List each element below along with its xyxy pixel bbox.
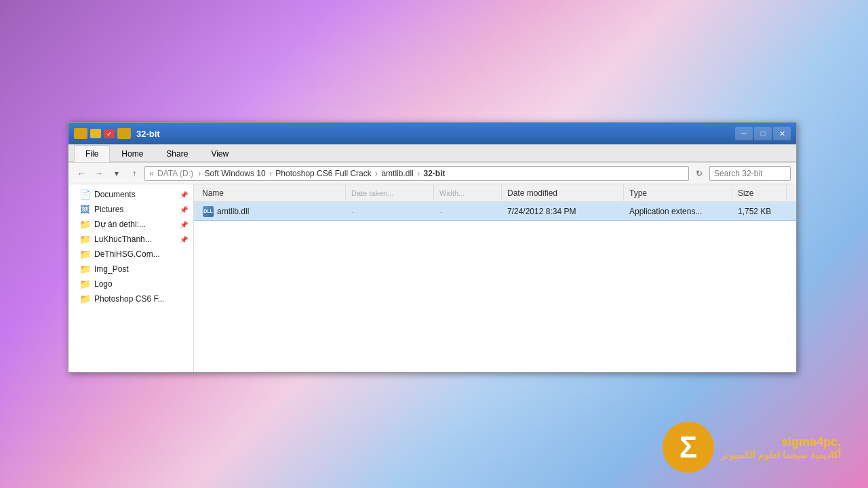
- sidebar-item-dethi[interactable]: 📁 DeThiHSG.Com...: [68, 247, 193, 262]
- col-extra1-label: Date taken...: [351, 189, 393, 197]
- pin-icon-lukhuc: 📌: [180, 236, 188, 243]
- sidebar-label-pictures: Pictures: [94, 205, 123, 214]
- col-header-name[interactable]: Name: [197, 184, 346, 201]
- file-width-cell: ‐: [434, 207, 502, 216]
- explorer-window: ✓ 32-bit ─ □ ✕ File Home Share View ← → …: [68, 122, 797, 373]
- sidebar-item-logo[interactable]: 📁 Logo: [68, 277, 193, 291]
- tab-share[interactable]: Share: [155, 145, 199, 162]
- folder-icon-photoshop: 📁: [79, 293, 90, 304]
- file-name-cell: DLL amtlib.dll: [197, 205, 346, 218]
- file-width: ‐: [439, 207, 442, 216]
- pin-icon-docs: 📌: [180, 191, 188, 199]
- pictures-icon: 🖼: [79, 204, 90, 215]
- sidebar-item-documents[interactable]: 📄 Documents 📌: [68, 187, 193, 202]
- sidebar: 📄 Documents 📌 🖼 Pictures 📌 📁 Dự án dethi…: [68, 184, 194, 372]
- dll-icon: DLL: [203, 206, 214, 217]
- brand-name-ar: أكاديمية سيجما لعلوم الكمبيوتر: [721, 449, 841, 460]
- col-header-extra2[interactable]: Width...: [434, 184, 502, 201]
- tab-home[interactable]: Home: [110, 145, 155, 162]
- folder-icon-lukhuc: 📁: [79, 234, 90, 245]
- main-area: 📄 Documents 📌 🖼 Pictures 📌 📁 Dự án dethi…: [68, 184, 796, 372]
- check-icon: ✓: [104, 129, 115, 138]
- svg-text:Σ: Σ: [679, 430, 697, 464]
- dropdown-button[interactable]: ▾: [109, 166, 124, 181]
- tab-view[interactable]: View: [199, 145, 240, 162]
- file-list-header: Name Date taken... Width... Date modifie…: [194, 184, 796, 202]
- sidebar-item-pictures[interactable]: 🖼 Pictures 📌: [68, 202, 193, 217]
- window-controls: ─ □ ✕: [735, 127, 791, 140]
- address-bar: ← → ▾ ↑ « DATA (D:) › Soft Windows 10 › …: [68, 163, 796, 184]
- col-extra2-label: Width...: [439, 189, 465, 197]
- title-bar-icons: ✓: [74, 128, 131, 139]
- up-button[interactable]: ↑: [127, 166, 142, 181]
- sigma-logo: Σ sigma4pc. أكاديمية سيجما لعلوم الكمبيو…: [661, 420, 841, 474]
- folder-icon3: [117, 128, 131, 139]
- minimize-button[interactable]: ─: [735, 127, 753, 140]
- pin-icon-pics: 📌: [180, 206, 188, 214]
- col-header-type[interactable]: Type: [624, 184, 732, 201]
- file-taken: ‐: [351, 207, 354, 216]
- title-bar: ✓ 32-bit ─ □ ✕: [68, 123, 796, 144]
- table-row[interactable]: DLL amtlib.dll ‐ ‐ 7/24/2012 8:34 PM App…: [194, 202, 796, 221]
- close-button[interactable]: ✕: [773, 127, 791, 140]
- ribbon-tabs: File Home Share View: [68, 144, 796, 162]
- col-header-extra1[interactable]: Date taken...: [346, 184, 434, 201]
- pin-icon-duan: 📌: [180, 221, 188, 228]
- refresh-button[interactable]: ↻: [692, 166, 707, 181]
- file-name: amtlib.dll: [217, 207, 249, 216]
- sidebar-item-photoshop[interactable]: 📁 Photoshop CS6 F...: [68, 291, 193, 306]
- file-taken-cell: ‐: [346, 207, 434, 216]
- brand-name-en: sigma4pc.: [721, 435, 841, 449]
- ribbon: File Home Share View: [68, 144, 796, 163]
- dll-file-icon: DLL: [202, 205, 214, 218]
- folder-icon-dethi: 📁: [79, 249, 90, 260]
- sidebar-item-duan[interactable]: 📁 Dự án dethi:... 📌: [68, 217, 193, 232]
- sidebar-item-imgpost[interactable]: 📁 Img_Post: [68, 262, 193, 277]
- sidebar-label-documents: Documents: [94, 190, 136, 199]
- file-list: Name Date taken... Width... Date modifie…: [194, 184, 796, 372]
- folder-icon-logo: 📁: [79, 279, 90, 289]
- sidebar-label-duan: Dự án dethi:...: [94, 220, 146, 229]
- back-button[interactable]: ←: [74, 166, 89, 181]
- folder-icon-imgpost: 📁: [79, 264, 90, 274]
- folder-icon: [74, 128, 87, 139]
- file-size-cell: 1,752 KB: [732, 207, 787, 216]
- logo-area: Σ sigma4pc. أكاديمية سيجما لعلوم الكمبيو…: [661, 420, 841, 474]
- search-input[interactable]: [709, 166, 791, 181]
- file-type-cell: Application extens...: [624, 207, 732, 216]
- sidebar-label-logo: Logo: [94, 279, 113, 289]
- forward-button[interactable]: →: [92, 166, 106, 181]
- tab-file[interactable]: File: [74, 145, 110, 162]
- address-path[interactable]: « DATA (D:) › Soft Windows 10 › Photosho…: [144, 166, 689, 181]
- sidebar-item-lukhuc[interactable]: 📁 LuKhucThanh... 📌: [68, 232, 193, 247]
- folder-icon-duan: 📁: [79, 219, 90, 230]
- brand-text-block: sigma4pc. أكاديمية سيجما لعلوم الكمبيوتر: [721, 435, 841, 460]
- col-header-size[interactable]: Size: [732, 184, 787, 201]
- sidebar-label-dethi: DeThiHSG.Com...: [94, 249, 160, 259]
- document-icon: 📄: [79, 189, 90, 200]
- sidebar-label-lukhuc: LuKhucThanh...: [94, 235, 152, 244]
- folder-icon2: [90, 129, 101, 138]
- sidebar-label-imgpost: Img_Post: [94, 264, 129, 274]
- sigma-icon: Σ: [661, 420, 715, 474]
- col-header-date[interactable]: Date modified: [502, 184, 624, 201]
- sidebar-label-photoshop: Photoshop CS6 F...: [94, 294, 164, 304]
- window-title: 32-bit: [136, 129, 735, 139]
- path-text: « DATA (D:) › Soft Windows 10 › Photosho…: [149, 169, 446, 178]
- file-date-cell: 7/24/2012 8:34 PM: [502, 207, 624, 216]
- maximize-button[interactable]: □: [754, 127, 772, 140]
